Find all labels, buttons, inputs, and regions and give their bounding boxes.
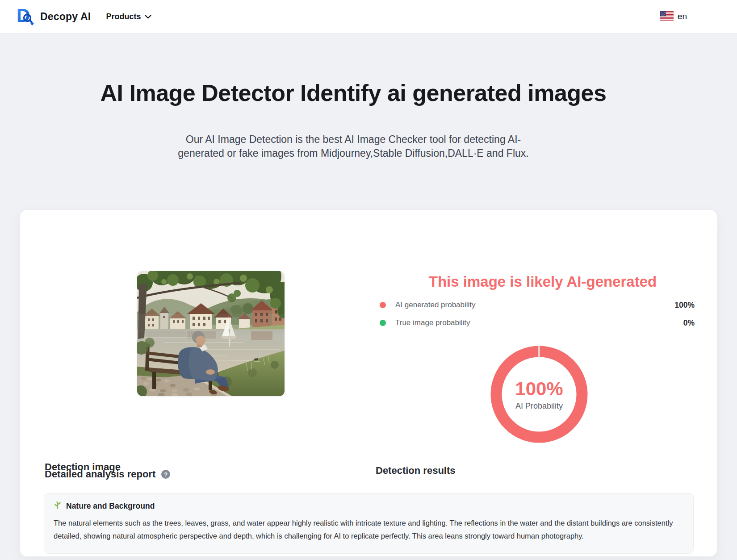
lake-scene-illustration <box>137 271 285 396</box>
chevron-down-icon <box>145 12 151 21</box>
ai-probability-label: AI generated probability <box>395 301 476 309</box>
true-probability-value: 0% <box>683 318 695 328</box>
donut-caption: AI Probability <box>515 401 563 411</box>
ai-probability-donut-chart: 100% AI Probability <box>486 341 593 448</box>
detailed-report-heading: Detailed analysis report ? <box>45 468 170 480</box>
svg-text:D: D <box>17 6 30 25</box>
top-navigation-bar: D Decopy AI Products <box>0 0 737 33</box>
brand-logo-link[interactable]: D Decopy AI <box>16 6 91 27</box>
donut-center-label: 100% AI Probability <box>486 341 593 448</box>
detailed-report-title: Detailed analysis report <box>45 468 155 480</box>
page-title: AI Image Detector Identify ai generated … <box>0 79 707 106</box>
legend-row-true: True image probability 0% <box>380 318 695 327</box>
legend-row-ai: AI generated probability 100% <box>380 301 695 309</box>
subtitle-line-1: Our AI Image Detection is the best AI Im… <box>186 134 521 145</box>
page-subtitle: Our AI Image Detection is the best AI Im… <box>0 133 707 160</box>
us-flag-icon <box>660 11 674 22</box>
detection-results-heading: Detection results <box>376 465 456 476</box>
probability-legend: AI generated probability 100% True image… <box>380 301 695 336</box>
analysis-section-body: The natural elements such as the trees, … <box>54 517 684 543</box>
analysis-section-header: Nature and Background <box>54 501 684 511</box>
true-probability-dot-icon <box>380 320 386 326</box>
nav-products-menu[interactable]: Products <box>106 12 151 21</box>
herb-leaf-icon <box>54 501 62 511</box>
analysis-section-nature: Nature and Background The natural elemen… <box>44 493 694 554</box>
ai-probability-dot-icon <box>380 302 386 308</box>
donut-percent: 100% <box>515 378 563 400</box>
brand-name: Decopy AI <box>40 11 91 23</box>
ai-probability-value: 100% <box>674 301 695 310</box>
language-switcher[interactable]: en <box>660 11 687 22</box>
nav-products-label: Products <box>106 12 141 21</box>
analysis-section-title: Nature and Background <box>66 501 155 511</box>
detection-image <box>137 271 285 396</box>
page: { "header": { "brand": "Decopy AI", "nav… <box>0 0 737 560</box>
language-code: en <box>678 12 687 21</box>
subtitle-line-2: generated or fake images from Midjourney… <box>178 147 528 159</box>
detection-result-card: Detection image <box>20 210 717 556</box>
verdict-text: This image is likely AI-generated <box>364 273 721 290</box>
question-circle-icon[interactable]: ? <box>161 470 170 479</box>
decopy-logo-icon: D <box>16 6 35 27</box>
true-probability-label: True image probability <box>395 318 470 327</box>
